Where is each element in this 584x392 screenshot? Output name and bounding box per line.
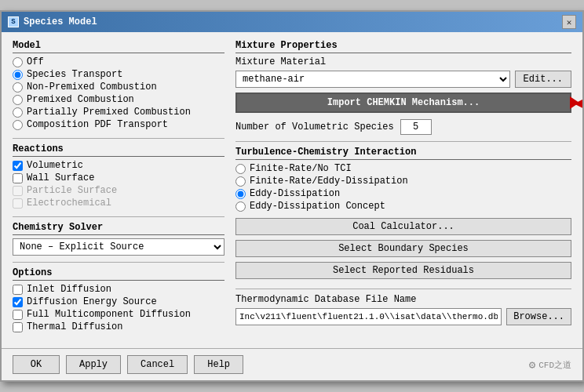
mixture-material-label: Mixture Material — [235, 56, 571, 67]
model-option-off[interactable]: Off — [13, 56, 224, 67]
title-bar: S Species Model ✕ — [2, 12, 582, 32]
chemistry-solver-row: None – Explicit Source Stiff Chemistry S… — [13, 238, 224, 256]
turbulence-radio-group: Finite-Rate/No TCI Finite-Rate/Eddy-Diss… — [235, 163, 571, 212]
option-inlet-diffusion[interactable]: Inlet Diffusion — [13, 284, 224, 295]
window-icon: S — [8, 16, 19, 27]
model-option-partially-premixed[interactable]: Partially Premixed Combustion — [13, 107, 224, 118]
model-option-non-premixed[interactable]: Non-Premixed Combustion — [13, 82, 224, 93]
model-radio-group: Off Species Transport Non-Premixed Combu… — [13, 56, 224, 130]
volumetric-species-input[interactable] — [400, 119, 432, 135]
reaction-wall-surface[interactable]: Wall Surface — [13, 172, 224, 183]
reactions-checkbox-group: Volumetric Wall Surface Particle Surface… — [13, 160, 224, 209]
edit-mixture-button[interactable]: Edit... — [515, 71, 571, 88]
turbulence-option-eddy-dissipation-concept[interactable]: Eddy-Dissipation Concept — [235, 201, 571, 212]
turbulence-section-title: Turbulence-Chemistry Interaction — [235, 147, 571, 160]
reaction-particle-surface[interactable]: Particle Surface — [13, 185, 224, 196]
select-reported-residuals-button[interactable]: Select Reported Residuals — [235, 262, 571, 279]
right-panel: Mixture Properties Mixture Material meth… — [235, 40, 571, 340]
window-title: Species Model — [24, 16, 97, 27]
volumetric-species-label: Number of Volumetric Species — [235, 122, 394, 132]
bottom-buttons: OK Apply Cancel Help — [13, 355, 243, 374]
left-panel: Model Off Species Transport Non-Premixed… — [13, 40, 224, 340]
thermo-db-input[interactable] — [235, 308, 502, 325]
model-section-title: Model — [13, 40, 224, 53]
chemistry-solver-dropdown[interactable]: None – Explicit Source Stiff Chemistry S… — [13, 238, 224, 256]
reaction-electrochemical[interactable]: Electrochemical — [13, 198, 224, 209]
coal-calculator-button[interactable]: Coal Calculator... — [235, 218, 571, 235]
thermo-db-label: Thermodynamic Database File Name — [235, 294, 571, 305]
options-section-title: Options — [13, 267, 224, 281]
reactions-section-title: Reactions — [13, 143, 224, 157]
model-option-species-transport[interactable]: Species Transport — [13, 69, 224, 80]
reaction-volumetric[interactable]: Volumetric — [13, 160, 224, 171]
option-diffusion-energy[interactable]: Diffusion Energy Source — [13, 296, 224, 307]
help-button[interactable]: Help — [194, 355, 243, 374]
cancel-button[interactable]: Cancel — [127, 355, 188, 374]
ok-button[interactable]: OK — [13, 355, 60, 374]
title-bar-left: S Species Model — [8, 16, 97, 27]
options-checkbox-group: Inlet Diffusion Diffusion Energy Source … — [13, 284, 224, 332]
close-button[interactable]: ✕ — [562, 15, 576, 29]
chemistry-solver-title: Chemistry Solver — [13, 222, 224, 235]
import-btn-container: Import CHEMKIN Mechanism... ◀ — [235, 93, 571, 113]
turbulence-option-eddy-dissipation[interactable]: Eddy-Dissipation — [235, 188, 571, 199]
option-thermal-diffusion[interactable]: Thermal Diffusion — [13, 321, 224, 332]
bottom-bar: OK Apply Cancel Help ⚙ CFD之道 — [2, 348, 582, 380]
arrow-indicator: ◀ — [574, 94, 582, 111]
main-content: Model Off Species Transport Non-Premixed… — [2, 32, 582, 348]
thermo-db-row: Browse... — [235, 308, 571, 325]
turbulence-option-finite-rate-eddy[interactable]: Finite-Rate/Eddy-Dissipation — [235, 176, 571, 187]
apply-button[interactable]: Apply — [66, 355, 121, 374]
import-chemkin-button[interactable]: Import CHEMKIN Mechanism... — [235, 93, 571, 113]
species-model-window: S Species Model ✕ Model Off Species Tran… — [0, 10, 584, 382]
model-option-premixed[interactable]: Premixed Combustion — [13, 94, 224, 105]
select-boundary-species-button[interactable]: Select Boundary Species — [235, 240, 571, 257]
mixture-props-title: Mixture Properties — [235, 40, 571, 53]
option-full-multicomponent[interactable]: Full Multicomponent Diffusion — [13, 309, 224, 320]
watermark-text: CFD之道 — [538, 359, 571, 371]
model-option-composition-pdf[interactable]: Composition PDF Transport — [13, 119, 224, 130]
mixture-material-row: methane-air Edit... — [235, 71, 571, 88]
volumetric-species-row: Number of Volumetric Species — [235, 119, 571, 135]
mixture-material-dropdown[interactable]: methane-air — [235, 71, 510, 88]
watermark-icon: ⚙ — [529, 358, 535, 372]
watermark: ⚙ CFD之道 — [529, 358, 571, 372]
turbulence-option-finite-rate-no-tci[interactable]: Finite-Rate/No TCI — [235, 163, 571, 174]
browse-button[interactable]: Browse... — [506, 308, 571, 325]
